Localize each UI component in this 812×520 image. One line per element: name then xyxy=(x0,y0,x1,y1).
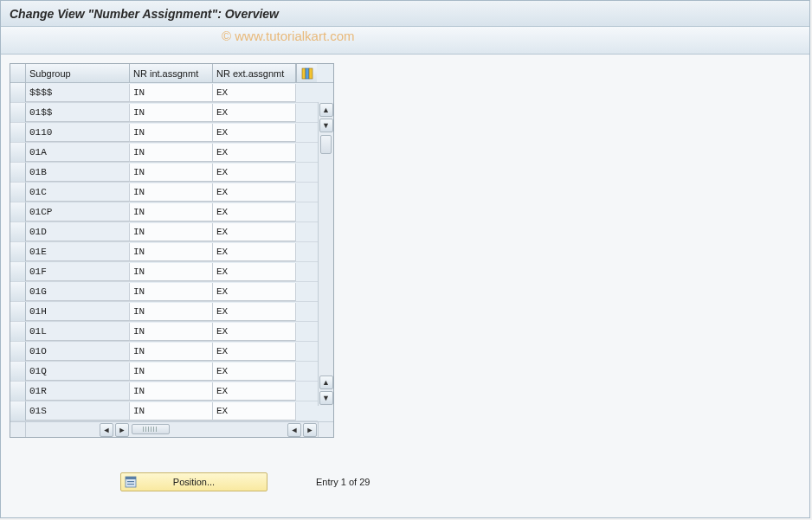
cell-subgroup[interactable]: 01F xyxy=(26,263,130,281)
cell-subgroup[interactable]: 01$$ xyxy=(26,104,130,122)
row-marker[interactable] xyxy=(10,302,26,321)
grid-body: $$$$INEX01$$INEX0110INEX01AINEX01BINEX01… xyxy=(10,83,333,421)
svg-rect-4 xyxy=(126,477,136,479)
cell-nr-int[interactable]: IN xyxy=(130,323,213,341)
cell-nr-ext[interactable]: EX xyxy=(213,223,296,241)
cell-subgroup[interactable]: 01Q xyxy=(26,363,130,381)
vertical-scroll-track[interactable] xyxy=(319,133,333,375)
cell-subgroup[interactable]: 01E xyxy=(26,243,130,261)
cell-nr-int[interactable]: IN xyxy=(130,343,213,361)
cell-nr-int[interactable]: IN xyxy=(130,183,213,202)
row-marker[interactable] xyxy=(10,183,26,202)
row-marker[interactable] xyxy=(10,401,26,420)
row-marker-header[interactable] xyxy=(10,64,26,82)
table-row: $$$$INEX xyxy=(10,83,318,103)
cell-nr-int[interactable]: IN xyxy=(130,84,213,102)
cell-nr-int[interactable]: IN xyxy=(130,382,213,401)
hscroll-right-1[interactable]: ► xyxy=(115,423,129,437)
content-area: Subgroup NR int.assgnmt NR ext.assgnmt $… xyxy=(1,55,809,500)
cell-nr-int[interactable]: IN xyxy=(130,203,213,221)
cell-subgroup[interactable]: 01H xyxy=(26,303,130,321)
svg-rect-6 xyxy=(127,484,134,485)
table-row: 01EINEX xyxy=(10,242,318,262)
row-marker[interactable] xyxy=(10,202,26,221)
cell-subgroup[interactable]: 01S xyxy=(26,402,130,420)
hscroll-track-1[interactable] xyxy=(130,422,234,437)
hscroll-right-2[interactable]: ► xyxy=(303,423,317,437)
cell-subgroup[interactable]: $$$$ xyxy=(26,84,130,102)
row-marker[interactable] xyxy=(10,342,26,361)
column-header-nr-int[interactable]: NR int.assgnmt xyxy=(130,64,213,82)
row-marker[interactable] xyxy=(10,123,26,142)
cell-subgroup[interactable]: 01L xyxy=(26,323,130,341)
cell-subgroup[interactable]: 01B xyxy=(26,164,130,182)
cell-subgroup[interactable]: 01O xyxy=(26,343,130,361)
cell-nr-ext[interactable]: EX xyxy=(213,104,296,122)
hscroll-track-2[interactable] xyxy=(234,422,287,437)
scroll-page-down-button[interactable]: ▼ xyxy=(319,391,333,405)
cell-nr-ext[interactable]: EX xyxy=(213,203,296,221)
row-marker[interactable] xyxy=(10,322,26,341)
cell-subgroup[interactable]: 01A xyxy=(26,144,130,162)
cell-nr-int[interactable]: IN xyxy=(130,363,213,381)
table-settings-icon xyxy=(301,67,313,80)
cell-nr-ext[interactable]: EX xyxy=(213,263,296,281)
table-row: 01HINEX xyxy=(10,302,318,322)
table-row: 01SINEX xyxy=(10,401,318,421)
row-marker[interactable] xyxy=(10,103,26,122)
cell-nr-int[interactable]: IN xyxy=(130,124,213,142)
row-marker[interactable] xyxy=(10,362,26,381)
cell-subgroup[interactable]: 01CP xyxy=(26,203,130,221)
vertical-scroll-thumb[interactable] xyxy=(320,135,332,154)
position-button[interactable]: Position... xyxy=(120,472,267,491)
column-header-subgroup[interactable]: Subgroup xyxy=(26,64,130,82)
hscroll-thumb-1[interactable] xyxy=(132,424,170,434)
row-marker[interactable] xyxy=(10,163,26,182)
cell-subgroup[interactable]: 01D xyxy=(26,223,130,241)
hscroll-left-1[interactable]: ◄ xyxy=(100,423,113,437)
cell-nr-ext[interactable]: EX xyxy=(213,183,296,202)
cell-nr-int[interactable]: IN xyxy=(130,303,213,321)
row-marker[interactable] xyxy=(10,143,26,162)
cell-nr-ext[interactable]: EX xyxy=(213,303,296,321)
cell-nr-int[interactable]: IN xyxy=(130,144,213,162)
cell-nr-int[interactable]: IN xyxy=(130,223,213,241)
cell-nr-int[interactable]: IN xyxy=(130,104,213,122)
cell-nr-ext[interactable]: EX xyxy=(213,363,296,381)
cell-subgroup[interactable]: 0110 xyxy=(26,124,130,142)
cell-nr-ext[interactable]: EX xyxy=(213,84,296,102)
cell-nr-int[interactable]: IN xyxy=(130,283,213,301)
column-header-nr-ext[interactable]: NR ext.assgnmt xyxy=(213,64,296,82)
cell-nr-ext[interactable]: EX xyxy=(213,124,296,142)
cell-subgroup[interactable]: 01R xyxy=(26,382,130,401)
cell-nr-int[interactable]: IN xyxy=(130,243,213,261)
cell-nr-int[interactable]: IN xyxy=(130,402,213,420)
row-marker[interactable] xyxy=(10,282,26,301)
cell-nr-ext[interactable]: EX xyxy=(213,144,296,162)
cell-nr-int[interactable]: IN xyxy=(130,164,213,182)
row-marker[interactable] xyxy=(10,262,26,281)
cell-nr-ext[interactable]: EX xyxy=(213,382,296,401)
cell-subgroup[interactable]: 01G xyxy=(26,283,130,301)
cell-subgroup[interactable]: 01C xyxy=(26,183,130,202)
cell-nr-int[interactable]: IN xyxy=(130,263,213,281)
table-row: 01$$INEX xyxy=(10,103,318,123)
hscroll-corner xyxy=(318,422,333,437)
vertical-scrollbar[interactable]: ▲ ▼ ▲ ▼ xyxy=(318,102,333,406)
row-marker[interactable] xyxy=(10,382,26,401)
cell-nr-ext[interactable]: EX xyxy=(213,402,296,420)
table-settings-button[interactable] xyxy=(296,64,317,82)
row-marker[interactable] xyxy=(10,242,26,261)
cell-nr-ext[interactable]: EX xyxy=(213,323,296,341)
cell-nr-ext[interactable]: EX xyxy=(213,243,296,261)
hscroll-left-2[interactable]: ◄ xyxy=(287,423,301,437)
scroll-down-button[interactable]: ▼ xyxy=(319,119,333,132)
cell-nr-ext[interactable]: EX xyxy=(213,164,296,182)
row-marker[interactable] xyxy=(10,83,26,102)
table-row: 01CPINEX xyxy=(10,202,318,222)
scroll-page-up-button[interactable]: ▲ xyxy=(319,376,333,389)
scroll-up-button[interactable]: ▲ xyxy=(319,103,333,117)
row-marker[interactable] xyxy=(10,222,26,241)
cell-nr-ext[interactable]: EX xyxy=(213,343,296,361)
cell-nr-ext[interactable]: EX xyxy=(213,283,296,301)
